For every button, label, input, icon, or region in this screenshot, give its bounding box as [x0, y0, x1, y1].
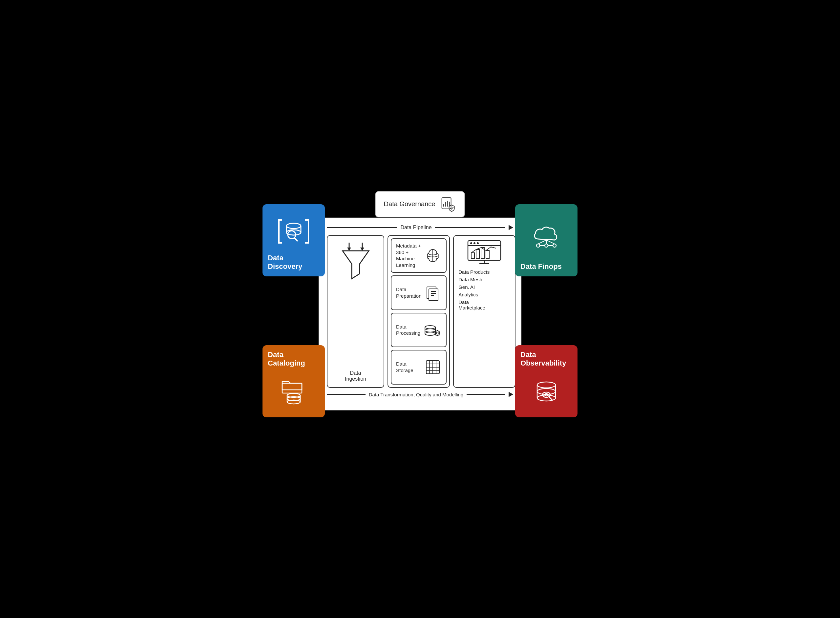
svg-line-17	[546, 240, 554, 244]
svg-point-68	[477, 242, 479, 244]
processing-icon	[423, 321, 441, 338]
metadata-label: Metadata + 360 +Machine Learning	[396, 243, 421, 268]
governance-box: Data Governance	[375, 191, 465, 217]
ingestion-label: DataIngestion	[345, 370, 366, 382]
svg-rect-70	[471, 253, 475, 258]
data-observability-icon-area	[520, 367, 572, 412]
metadata-icon	[424, 247, 441, 264]
data-finops-label: Data Finops	[520, 262, 572, 271]
main-panel: Data Pipeline DataIngestion	[318, 217, 522, 411]
diagram-container: Data Governance	[262, 191, 578, 427]
data-discovery-icon-area	[268, 209, 320, 254]
pipeline-line-2	[435, 227, 505, 228]
pipeline-row: Data Pipeline	[327, 224, 513, 230]
data-cataloging-label: DataCataloging	[268, 351, 320, 368]
svg-point-11	[536, 244, 540, 247]
processing-label: Data Processing	[396, 324, 420, 336]
data-discovery-label: DataDiscovery	[268, 254, 320, 271]
svg-point-43	[425, 325, 435, 329]
right-items-list: Data Products Data Mesh Gen. AI Analytic…	[459, 269, 510, 310]
svg-rect-19	[282, 383, 302, 393]
storage-icon	[424, 359, 441, 376]
discovery-icon	[277, 217, 310, 246]
ingestion-cell: DataIngestion	[327, 235, 384, 388]
analytics-screen-icon	[466, 239, 502, 265]
pipeline-line	[327, 227, 397, 228]
right-item-products: Data Products	[459, 269, 510, 275]
svg-line-32	[549, 397, 552, 400]
finops-icon	[528, 221, 564, 251]
metadata-cell: Metadata + 360 +Machine Learning	[391, 238, 447, 273]
pipeline-label: Data Pipeline	[400, 224, 432, 230]
preparation-cell: Data Preparation	[391, 275, 447, 310]
svg-line-16	[538, 240, 546, 244]
svg-rect-71	[476, 250, 480, 258]
data-finops-box: Data Finops	[515, 204, 578, 276]
svg-point-13	[553, 244, 556, 247]
cataloging-icon	[277, 375, 310, 404]
processing-cell: Data Processing	[391, 313, 447, 348]
data-cataloging-icon-area	[268, 367, 320, 412]
data-discovery-box: DataDiscovery	[262, 204, 325, 276]
storage-cell: Data Storage	[391, 350, 447, 385]
transform-arrow	[509, 392, 513, 397]
svg-rect-73	[486, 251, 489, 258]
right-item-genai: Gen. AI	[459, 284, 510, 290]
svg-point-5	[286, 223, 301, 229]
pipeline-arrow	[509, 225, 513, 230]
data-observability-label: DataObservability	[520, 351, 572, 368]
data-cataloging-box: DataCataloging	[262, 345, 325, 417]
preparation-icon	[424, 284, 441, 301]
right-column: Data Products Data Mesh Gen. AI Analytic…	[453, 235, 515, 388]
svg-point-66	[470, 242, 472, 244]
svg-rect-39	[429, 289, 438, 301]
transform-line-2	[466, 394, 505, 395]
data-observability-box: DataObservability	[515, 345, 578, 417]
svg-point-67	[474, 242, 475, 244]
ingestion-icon	[339, 241, 372, 280]
svg-point-12	[545, 244, 548, 247]
svg-point-25	[537, 382, 556, 388]
transform-row: Data Transformation, Quality and Modelli…	[327, 392, 513, 397]
svg-line-10	[294, 238, 298, 241]
storage-label: Data Storage	[396, 361, 421, 373]
data-finops-icon-area	[520, 209, 572, 263]
svg-point-45	[425, 332, 435, 336]
preparation-label: Data Preparation	[396, 286, 421, 299]
transform-line	[327, 394, 365, 395]
transform-label: Data Transformation, Quality and Modelli…	[369, 392, 463, 397]
governance-icon	[439, 196, 456, 213]
right-icon-area	[459, 239, 510, 265]
content-grid: DataIngestion Metadata + 360 +Machine Le…	[327, 235, 513, 388]
governance-label: Data Governance	[384, 200, 435, 208]
observability-icon	[530, 375, 563, 404]
right-item-analytics: Analytics	[459, 292, 510, 297]
svg-point-49	[436, 332, 438, 334]
svg-point-44	[425, 329, 435, 332]
middle-column: Metadata + 360 +Machine Learning	[387, 235, 450, 388]
right-item-mesh: Data Mesh	[459, 277, 510, 282]
right-item-marketplace: DataMarketplace	[459, 299, 510, 310]
